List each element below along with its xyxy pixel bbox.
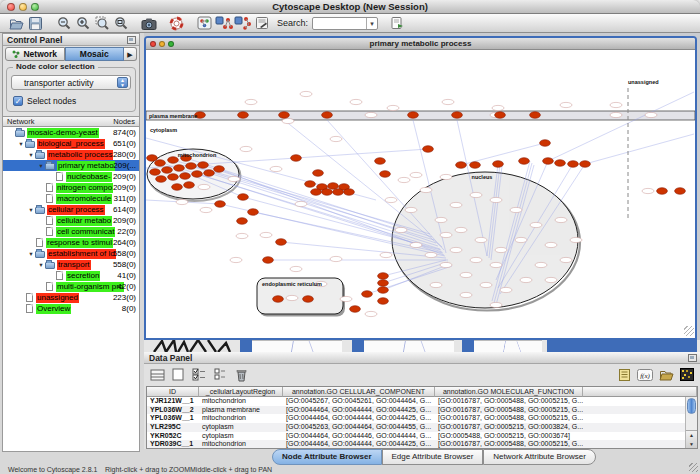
tree-row[interactable]: ▼nitrogen compo209(0): [3, 182, 139, 193]
network-node[interactable]: [276, 239, 287, 246]
tree-row[interactable]: ▼primary metabo209(...: [3, 160, 139, 171]
tree-row[interactable]: ▼cellular process614(0): [3, 204, 139, 215]
network-label-node[interactable]: [410, 242, 422, 247]
table-cell[interactable]: mitochondrion: [199, 397, 283, 406]
network-node[interactable]: [192, 171, 203, 178]
tree-row[interactable]: ▼secretion41(0): [3, 270, 139, 281]
network-node[interactable]: [495, 112, 506, 119]
network-canvas[interactable]: plasma membranecytoplasmmitochondrionnuc…: [146, 50, 695, 337]
network-label-node[interactable]: [645, 112, 657, 117]
network-node[interactable]: [328, 183, 339, 190]
table-vertical-scrollbar[interactable]: ▲▼: [685, 397, 697, 448]
network-label-node[interactable]: [435, 217, 447, 222]
layout-edges-button[interactable]: [233, 15, 252, 32]
select-attributes-icon[interactable]: [190, 366, 208, 383]
network-label-node[interactable]: [330, 256, 342, 261]
tree-expand-arrow-icon[interactable]: ▼: [27, 152, 35, 158]
network-label-node[interactable]: [240, 146, 252, 151]
network-node[interactable]: [375, 158, 386, 165]
network-label-node[interactable]: [340, 296, 352, 301]
network-label-node[interactable]: [455, 227, 467, 232]
network-node[interactable]: [456, 162, 467, 169]
table-row[interactable]: YDR039C__1mitochondrion[GO:0044464, GO:0…: [147, 440, 697, 449]
network-node[interactable]: [238, 194, 249, 201]
import-attributes-icon[interactable]: [657, 366, 675, 383]
tab-edge-attribute-browser[interactable]: Edge Attribute Browser: [382, 449, 484, 465]
tree-expand-arrow-icon[interactable]: ▼: [17, 141, 25, 147]
network-node[interactable]: [237, 218, 248, 225]
vizmapper-button[interactable]: [195, 15, 214, 32]
network-label-node[interactable]: [228, 176, 240, 181]
table-cell[interactable]: [GO:0005488, GO:0005215, GO:0003674]: [435, 432, 583, 441]
table-cell[interactable]: [GO:0044464, GO:0044444, GO:0044425, G..…: [283, 440, 435, 449]
background-window-fragment[interactable]: [474, 340, 542, 352]
network-label-node[interactable]: [460, 272, 472, 277]
tree-expand-arrow-icon[interactable]: ▼: [37, 163, 45, 169]
table-cell[interactable]: mitochondrion: [199, 414, 283, 423]
table-cell[interactable]: YLR295C: [147, 423, 199, 432]
network-label-node[interactable]: [560, 257, 572, 262]
table-column-header[interactable]: annotation.GO MOLECULAR_FUNCTION: [435, 387, 583, 397]
delete-attribute-trash-icon[interactable]: [232, 366, 250, 383]
tree-expand-arrow-icon[interactable]: ▼: [27, 207, 35, 213]
network-edge[interactable]: [585, 134, 694, 164]
network-node[interactable]: [263, 257, 274, 264]
function-builder-icon[interactable]: f(x): [636, 366, 654, 383]
network-node[interactable]: [279, 112, 290, 119]
network-node[interactable]: [493, 161, 504, 168]
tree-row[interactable]: ▼unassigned223(0): [3, 292, 139, 303]
network-node[interactable]: [452, 112, 463, 119]
tree-row[interactable]: ▼cell communicat22(0): [3, 226, 139, 237]
network-node[interactable]: [238, 112, 249, 119]
network-node[interactable]: [580, 161, 591, 168]
network-label-node[interactable]: [395, 227, 407, 232]
table-cell[interactable]: YJR121W__1: [147, 397, 199, 406]
network-node[interactable]: [344, 189, 355, 196]
network-label-node[interactable]: [420, 187, 432, 192]
table-cell[interactable]: mitochondrion: [199, 440, 283, 449]
table-column-header[interactable]: _cellularLayoutRegion: [199, 387, 283, 397]
table-column-header[interactable]: ID: [147, 387, 199, 397]
network-node[interactable]: [423, 146, 434, 153]
search-dropdown-arrow-icon[interactable]: ▾: [366, 18, 377, 29]
tree-row[interactable]: ▼biological_process651(0): [3, 138, 139, 149]
network-node[interactable]: [184, 182, 195, 189]
tab-network[interactable]: Network: [5, 47, 65, 61]
network-node[interactable]: [362, 291, 373, 298]
network-node[interactable]: [291, 155, 302, 162]
network-node[interactable]: [186, 163, 197, 170]
network-label-node[interactable]: [405, 207, 417, 212]
network-node[interactable]: [657, 188, 668, 195]
tree-expand-arrow-icon[interactable]: ▼: [37, 262, 45, 268]
network-view-frame[interactable]: primary metabolic process plasma membran…: [144, 36, 697, 340]
network-label-node[interactable]: [515, 237, 527, 242]
table-cell[interactable]: [GO:0044464, GO:0044444, GO:0044425, G..…: [283, 414, 435, 423]
network-node[interactable]: [543, 158, 554, 165]
network-label-node[interactable]: [236, 233, 248, 238]
table-cell[interactable]: [GO:0016787, GO:0005215, GO:0003824, G..…: [435, 423, 583, 432]
network-node[interactable]: [147, 155, 158, 162]
node-color-dropdown[interactable]: transporter activity ▲▼: [11, 75, 131, 90]
network-edge[interactable]: [548, 92, 694, 161]
tree-row[interactable]: ▼mosaic-demo-yeast874(0): [3, 127, 139, 138]
table-row[interactable]: YKR052Ccytoplasm[GO:0044464, GO:0044446,…: [147, 432, 697, 441]
tree-row[interactable]: ▼response to stimul264(0): [3, 237, 139, 248]
table-cell[interactable]: plasma membrane: [199, 406, 283, 415]
save-session-button[interactable]: [26, 15, 45, 32]
network-label-node[interactable]: [450, 202, 462, 207]
frame-minimize-button[interactable]: [159, 41, 165, 47]
new-attribute-icon[interactable]: [169, 366, 187, 383]
network-label-node[interactable]: [200, 207, 212, 212]
network-node[interactable]: [322, 189, 333, 196]
network-node[interactable]: [150, 169, 161, 176]
dropdown-stepper-icon[interactable]: ▲▼: [117, 77, 128, 88]
network-label-node[interactable]: [260, 232, 272, 237]
network-node[interactable]: [380, 171, 391, 178]
network-label-node[interactable]: [365, 112, 377, 117]
network-label-node[interactable]: [365, 311, 377, 316]
unselect-attributes-icon[interactable]: [211, 366, 229, 383]
network-label-node[interactable]: [475, 237, 487, 242]
table-cell[interactable]: YKR052C: [147, 432, 199, 441]
attribute-list-icon[interactable]: [615, 366, 633, 383]
network-label-node[interactable]: [470, 257, 482, 262]
